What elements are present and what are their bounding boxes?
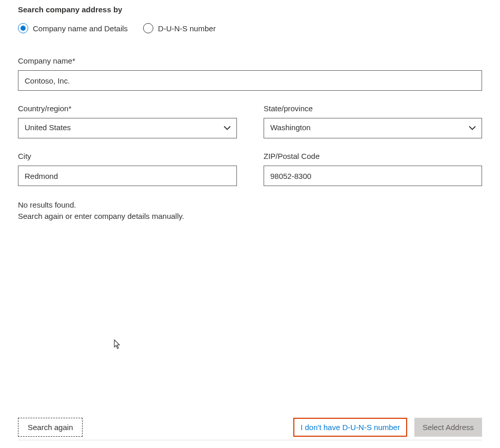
- select-address-button[interactable]: Select Address: [414, 418, 482, 437]
- footer-bar: Search again I don't have D-U-N-S number…: [18, 418, 482, 440]
- radio-duns-number[interactable]: D-U-N-S number: [143, 23, 216, 33]
- search-by-radio-group: Company name and Details D-U-N-S number: [18, 23, 482, 33]
- zip-input[interactable]: [264, 166, 482, 186]
- field-company-name: Company name*: [18, 56, 482, 91]
- form-grid: Company name* Country/region* United Sta…: [18, 56, 482, 186]
- radio-company-name-details[interactable]: Company name and Details: [18, 23, 128, 33]
- field-state: State/province Washington: [264, 104, 482, 138]
- search-again-button[interactable]: Search again: [18, 418, 83, 437]
- cursor-icon: [114, 339, 122, 351]
- footer-left: Search again: [18, 418, 83, 437]
- footer-right: I don't have D-U-N-S number Select Addre…: [293, 418, 482, 437]
- radio-label: D-U-N-S number: [158, 24, 216, 33]
- state-label: State/province: [264, 104, 482, 113]
- status-message: No results found. Search again or enter …: [18, 199, 482, 222]
- radio-unselected-icon: [143, 23, 153, 33]
- company-name-input[interactable]: [18, 70, 482, 91]
- country-select[interactable]: United States: [18, 118, 237, 138]
- zip-label: ZIP/Postal Code: [264, 152, 482, 160]
- no-duns-link[interactable]: I don't have D-U-N-S number: [293, 418, 407, 437]
- field-city: City: [18, 152, 237, 186]
- company-name-label: Company name*: [18, 56, 482, 65]
- state-select[interactable]: Washington: [264, 118, 482, 138]
- field-zip: ZIP/Postal Code: [264, 152, 482, 186]
- status-line-2: Search again or enter company details ma…: [18, 211, 482, 222]
- city-label: City: [18, 152, 237, 160]
- field-country: Country/region* United States: [18, 104, 237, 138]
- country-label: Country/region*: [18, 104, 237, 113]
- section-heading: Search company address by: [18, 5, 482, 14]
- status-line-1: No results found.: [18, 199, 482, 211]
- radio-selected-icon: [18, 23, 28, 33]
- city-input[interactable]: [18, 166, 237, 186]
- country-select-wrap: United States: [18, 118, 237, 138]
- radio-label: Company name and Details: [33, 24, 128, 33]
- state-select-wrap: Washington: [264, 118, 482, 138]
